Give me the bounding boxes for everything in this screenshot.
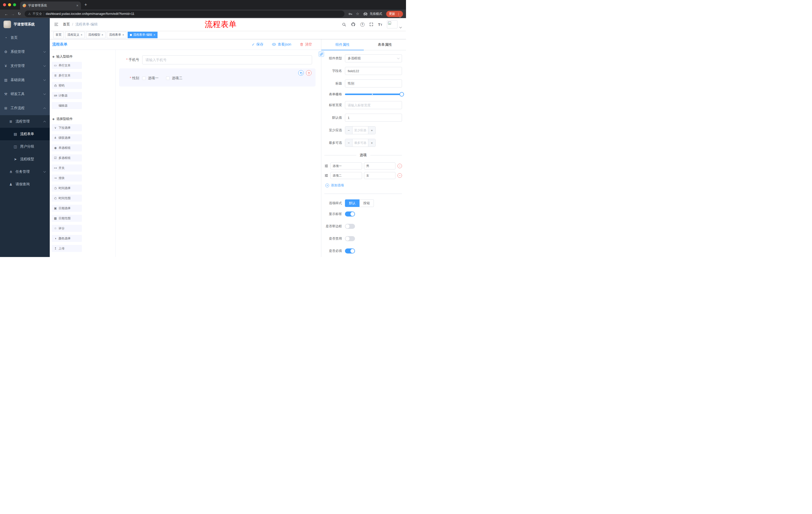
sidebar-item-system-management[interactable]: ⚙ 系统管理 bbox=[0, 45, 50, 59]
border-switch[interactable] bbox=[345, 224, 355, 229]
sidebar-item-infrastructure[interactable]: ▥ 基础设施 bbox=[0, 73, 50, 87]
disabled-switch[interactable] bbox=[345, 236, 355, 241]
option-value-input[interactable] bbox=[364, 162, 396, 169]
palette-item-time-range[interactable]: ◴ 时间范围 bbox=[52, 195, 82, 202]
clear-button[interactable]: 清空 bbox=[300, 42, 312, 47]
canvas-item-phone[interactable]: 手机号 bbox=[119, 55, 312, 64]
forward-button[interactable]: → bbox=[9, 12, 16, 16]
title-input[interactable] bbox=[345, 79, 402, 87]
sidebar-item-task-management[interactable]: ⋔ 任务管理 bbox=[0, 165, 50, 178]
palette-item-single-line-text[interactable]: ▭ 单行文本 bbox=[52, 62, 82, 69]
avatar-caret-icon[interactable] bbox=[400, 26, 402, 28]
phone-input[interactable] bbox=[142, 55, 312, 64]
avatar[interactable] bbox=[387, 20, 398, 28]
close-icon[interactable]: × bbox=[122, 33, 124, 36]
palette-item-password[interactable]: 密码 bbox=[52, 82, 82, 89]
remove-option-button[interactable]: − bbox=[398, 164, 402, 168]
palette-item-radio-group[interactable]: ◉ 单选框组 bbox=[52, 144, 82, 152]
palette-item-cascader[interactable]: ⋔ 级联选择 bbox=[52, 134, 82, 141]
search-icon[interactable] bbox=[342, 22, 346, 27]
breadcrumb-home[interactable]: 首页 bbox=[63, 22, 70, 27]
sidebar-item-process-model[interactable]: ➤ 流程模型 bbox=[0, 153, 50, 165]
form-grid-slider[interactable] bbox=[345, 92, 402, 97]
palette-item-date-range[interactable]: ▩ 日期范围 bbox=[52, 215, 82, 222]
close-icon[interactable]: × bbox=[153, 33, 155, 36]
increase-button[interactable]: + bbox=[368, 139, 375, 146]
palette-item-multi-line-text[interactable]: ≣ 多行文本 bbox=[52, 72, 82, 79]
close-icon[interactable]: × bbox=[81, 33, 82, 36]
palette-item-counter[interactable]: 123 计数器 bbox=[52, 92, 82, 99]
bookmark-star-icon[interactable]: ☆ bbox=[356, 11, 359, 16]
sidebar-item-process-management[interactable]: ≣ 流程管理 bbox=[0, 115, 50, 128]
option-drag-handle[interactable] bbox=[324, 164, 328, 168]
window-minimize-button[interactable] bbox=[8, 3, 11, 6]
palette-item-time-picker[interactable]: ◷ 时间选择 bbox=[52, 185, 82, 192]
min-select-placeholder[interactable]: 至少应选 bbox=[352, 127, 368, 134]
sidebar-item-user-group[interactable]: ◫ 用户分组 bbox=[0, 140, 50, 153]
option-label-input[interactable] bbox=[330, 162, 362, 169]
sidebar-item-workflow[interactable]: ⊞ 工作流程 bbox=[0, 101, 50, 115]
sidebar-item-payment-management[interactable]: ¥ 支付管理 bbox=[0, 59, 50, 73]
password-key-icon[interactable] bbox=[348, 12, 352, 16]
checkbox-option-2[interactable]: 选项二 bbox=[166, 76, 182, 80]
palette-item-slider[interactable]: ⊸ 滑块 bbox=[52, 174, 82, 182]
field-name-input[interactable] bbox=[345, 67, 402, 75]
app-logo[interactable]: 芋道管理系统 bbox=[0, 18, 50, 31]
palette-item-switch[interactable]: ⊶ 开关 bbox=[52, 164, 82, 171]
delete-button[interactable] bbox=[306, 70, 312, 76]
palette-item-date-picker[interactable]: ▣ 日期选择 bbox=[52, 205, 82, 212]
tab-component-props[interactable]: 组件属性 bbox=[321, 39, 364, 50]
window-zoom-button[interactable] bbox=[13, 3, 16, 6]
palette-item-rate[interactable]: ☆ 评分 bbox=[52, 225, 82, 232]
style-default-button[interactable]: 默认 bbox=[345, 199, 359, 207]
tag-process-model[interactable]: 流程模型 × bbox=[86, 32, 106, 38]
component-type-select[interactable]: 多选框组 bbox=[345, 54, 402, 62]
slider-track[interactable] bbox=[345, 93, 402, 95]
tag-process-definition[interactable]: 流程定义 × bbox=[65, 32, 85, 38]
hamburger-icon[interactable] bbox=[50, 18, 63, 31]
palette-item-editor[interactable]: 编辑器 bbox=[52, 102, 82, 109]
view-json-button[interactable]: 查看json bbox=[272, 42, 291, 47]
canvas-item-gender[interactable]: 性别 选项一 选项二 bbox=[119, 69, 316, 86]
help-icon[interactable]: ? bbox=[360, 22, 365, 27]
fullscreen-icon[interactable] bbox=[369, 22, 373, 26]
address-bar[interactable]: ⚠ 不安全 dashboard.yudao.iocoder.cn/bpm/man… bbox=[25, 10, 344, 17]
decrease-button[interactable]: − bbox=[345, 139, 352, 146]
required-switch[interactable] bbox=[345, 248, 355, 253]
tab-close-icon[interactable]: × bbox=[76, 4, 78, 7]
tag-process-form-edit[interactable]: 流程表单-编辑 × bbox=[127, 32, 157, 38]
sidebar-item-home[interactable]: ◔ 首页 bbox=[0, 31, 50, 45]
affix-link-button[interactable] bbox=[319, 51, 324, 57]
tag-process-form[interactable]: 流程表单 × bbox=[107, 32, 126, 38]
tag-home[interactable]: 首页 bbox=[53, 32, 64, 38]
window-close-button[interactable] bbox=[3, 3, 6, 6]
option-value-input[interactable] bbox=[364, 172, 396, 179]
sidebar-item-process-form[interactable]: ▤ 流程表单 bbox=[0, 128, 50, 140]
option-label-input[interactable] bbox=[330, 172, 362, 179]
tab-form-props[interactable]: 表单属性 bbox=[364, 39, 406, 50]
palette-item-checkbox-group[interactable]: ☑ 多选框组 bbox=[52, 154, 82, 161]
palette-item-select[interactable]: ∨ 下拉选择 bbox=[52, 124, 82, 131]
decrease-button[interactable]: − bbox=[345, 127, 352, 134]
checkbox-box[interactable] bbox=[166, 77, 170, 80]
security-label[interactable]: 不安全 bbox=[33, 12, 42, 16]
save-button[interactable]: ✓ 保存 bbox=[252, 42, 264, 47]
option-drag-handle[interactable] bbox=[324, 173, 328, 178]
github-icon[interactable] bbox=[351, 22, 355, 27]
sidebar-item-dev-tools[interactable]: ⚒ 研发工具 bbox=[0, 87, 50, 101]
remove-option-button[interactable]: − bbox=[398, 173, 402, 178]
slider-handle[interactable] bbox=[400, 92, 404, 97]
back-button[interactable]: ← bbox=[3, 12, 9, 16]
browser-tab[interactable]: 芋道管理系统 × bbox=[20, 1, 81, 9]
new-tab-button[interactable]: + bbox=[84, 2, 87, 7]
sidebar-item-leave-query[interactable]: ♟ 请假查询 bbox=[0, 178, 50, 191]
show-label-switch[interactable] bbox=[345, 212, 355, 217]
font-size-icon[interactable]: T T bbox=[378, 23, 382, 26]
checkbox-option-1[interactable]: 选项一 bbox=[142, 76, 158, 80]
palette-item-upload[interactable]: ↥ 上传 bbox=[52, 245, 82, 252]
form-canvas[interactable]: 手机号 bbox=[116, 50, 321, 257]
reload-button[interactable]: ↻ bbox=[16, 11, 23, 16]
palette-item-color-picker[interactable]: ◑ 颜色选择 bbox=[52, 235, 82, 242]
style-button-button[interactable]: 按钮 bbox=[359, 199, 374, 207]
max-select-placeholder[interactable]: 最多可选 bbox=[352, 139, 368, 146]
